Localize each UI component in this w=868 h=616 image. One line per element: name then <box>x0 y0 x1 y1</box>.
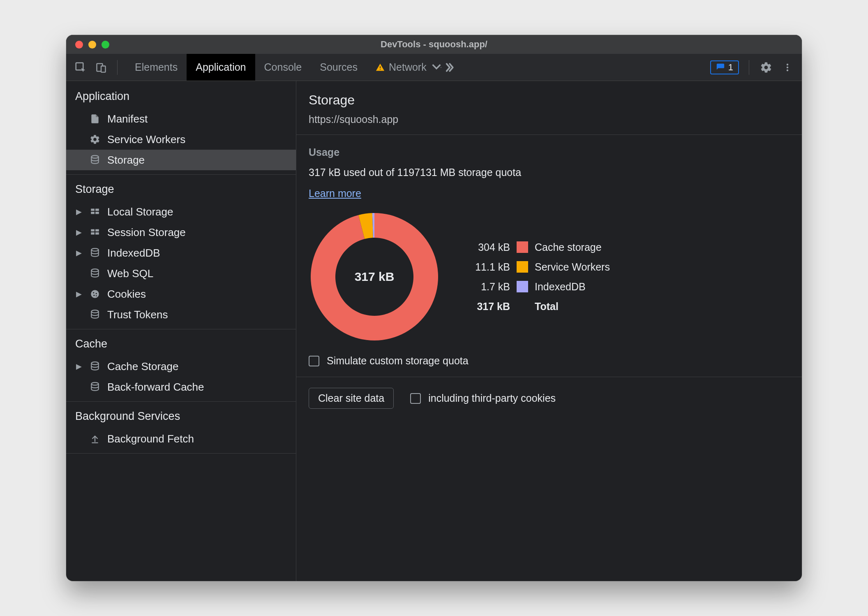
window-title: DevTools - squoosh.app/ <box>66 39 802 50</box>
minimize-window-button[interactable] <box>88 41 96 49</box>
gear-icon <box>88 133 102 146</box>
window-titlebar: DevTools - squoosh.app/ <box>66 35 802 54</box>
svg-rect-9 <box>91 212 95 214</box>
sidebar-item-label: Session Storage <box>107 226 186 239</box>
svg-rect-2 <box>101 66 106 72</box>
settings-icon[interactable] <box>759 60 773 74</box>
svg-point-19 <box>96 293 97 294</box>
svg-point-15 <box>91 248 98 251</box>
usage-section-title: Usage <box>309 146 790 158</box>
usage-legend: 304 kBCache storage11.1 kBService Worker… <box>457 237 610 316</box>
sidebar-item-label: Cookies <box>107 288 146 301</box>
third-party-cookies-checkbox[interactable] <box>410 393 421 404</box>
sidebar-item-indexeddb[interactable]: ▶IndexedDB <box>66 243 296 263</box>
usage-donut-center-label: 317 kB <box>309 211 440 343</box>
sidebar-item-back-forward-cache[interactable]: Back-forward Cache <box>66 377 296 397</box>
svg-point-17 <box>91 290 99 298</box>
sidebar-item-cache-storage[interactable]: ▶Cache Storage <box>66 356 296 377</box>
sidebar-item-session-storage[interactable]: ▶Session Storage <box>66 222 296 243</box>
inspect-element-icon[interactable] <box>74 60 88 74</box>
sidebar-section-title: Cache <box>66 329 296 356</box>
sidebar-item-service-workers[interactable]: Service Workers <box>66 129 296 150</box>
sidebar-item-manifest[interactable]: Manifest <box>66 109 296 129</box>
sidebar-item-label: Back-forward Cache <box>107 381 204 394</box>
sidebar-item-local-storage[interactable]: ▶Local Storage <box>66 201 296 222</box>
sidebar-item-label: Web SQL <box>107 267 153 280</box>
sidebar-item-label: Manifest <box>107 113 148 125</box>
kebab-menu-icon[interactable] <box>780 60 794 74</box>
db-icon <box>88 360 102 373</box>
db-icon <box>88 153 102 167</box>
sidebar-item-storage[interactable]: Storage <box>66 150 296 170</box>
db-icon <box>88 246 102 259</box>
cookie-icon <box>88 287 102 301</box>
svg-point-6 <box>91 155 98 158</box>
toolbar-divider-right <box>749 60 749 75</box>
legend-swatch <box>517 261 528 273</box>
svg-point-21 <box>96 295 97 296</box>
disclosure-triangle-icon: ▶ <box>75 248 83 257</box>
legend-label: IndexedDB <box>535 281 586 293</box>
svg-point-23 <box>91 362 98 365</box>
devtools-toolbar: ElementsApplicationConsoleSourcesNetwork… <box>66 54 802 81</box>
sidebar-item-trust-tokens[interactable]: Trust Tokens <box>66 304 296 325</box>
disclosure-triangle-icon: ▶ <box>75 362 83 371</box>
svg-rect-13 <box>91 232 95 234</box>
tab-application[interactable]: Application <box>187 54 255 81</box>
file-icon <box>88 112 102 125</box>
sidebar-item-cookies[interactable]: ▶Cookies <box>66 284 296 304</box>
svg-rect-8 <box>95 208 99 211</box>
svg-point-4 <box>787 66 788 68</box>
storage-heading: Storage <box>309 93 790 108</box>
tab-network[interactable]: Network <box>367 54 436 81</box>
svg-point-20 <box>93 295 95 296</box>
panel-tabs: ElementsApplicationConsoleSourcesNetwork <box>126 54 436 81</box>
sidebar-item-background-fetch[interactable]: Background Fetch <box>66 428 296 449</box>
usage-donut-chart: 317 kB <box>309 211 440 343</box>
disclosure-triangle-icon: ▶ <box>75 207 83 216</box>
overflow-tabs-chevrons-icon[interactable] <box>442 60 456 74</box>
clear-site-data-button[interactable]: Clear site data <box>309 388 394 409</box>
sidebar-item-label: Trust Tokens <box>107 308 168 321</box>
console-messages-count: 1 <box>728 62 733 73</box>
legend-swatch <box>517 301 528 312</box>
simulate-quota-label: Simulate custom storage quota <box>327 355 469 367</box>
zoom-window-button[interactable] <box>102 41 109 49</box>
svg-point-3 <box>787 63 788 65</box>
simulate-quota-checkbox[interactable] <box>309 356 319 366</box>
close-window-button[interactable] <box>75 41 83 49</box>
toolbar-left-group <box>66 54 126 81</box>
svg-rect-10 <box>95 212 99 214</box>
disclosure-triangle-icon: ▶ <box>75 228 83 237</box>
db-icon <box>88 308 102 321</box>
sidebar-section-title: Background Services <box>66 402 296 428</box>
simulate-quota-row: Simulate custom storage quota <box>309 355 790 367</box>
sidebar-item-web-sql[interactable]: Web SQL <box>66 263 296 284</box>
svg-rect-14 <box>95 232 99 234</box>
db-icon <box>88 267 102 280</box>
traffic-lights <box>66 41 109 49</box>
usage-section: Usage 317 kB used out of 1197131 MB stor… <box>296 135 802 377</box>
svg-point-18 <box>93 292 94 293</box>
third-party-cookies-label: including third-party cookies <box>428 392 556 404</box>
tab-sources[interactable]: Sources <box>311 54 367 81</box>
storage-header: Storage https://squoosh.app <box>296 81 802 134</box>
legend-label-total: Total <box>535 301 559 313</box>
clear-data-section: Clear site data including third-party co… <box>296 377 802 421</box>
toolbar-right-group: 1 <box>710 54 802 81</box>
tab-console[interactable]: Console <box>255 54 311 81</box>
tab-elements[interactable]: Elements <box>126 54 187 81</box>
legend-swatch <box>517 281 528 292</box>
disclosure-triangle-icon: ▶ <box>75 289 83 299</box>
svg-point-22 <box>91 310 98 313</box>
storage-panel: Storage https://squoosh.app Usage 317 kB… <box>296 81 802 581</box>
learn-more-link[interactable]: Learn more <box>309 188 361 199</box>
svg-point-5 <box>787 69 788 71</box>
console-messages-button[interactable]: 1 <box>710 60 739 74</box>
sidebar-item-label: Cache Storage <box>107 360 178 373</box>
toolbar-divider <box>117 60 118 75</box>
usage-chart-row: 317 kB 304 kBCache storage11.1 kBService… <box>309 211 790 343</box>
sidebar-item-label: Background Fetch <box>107 433 194 445</box>
device-toggle-icon[interactable] <box>94 60 108 74</box>
legend-amount: 1.7 kB <box>457 281 510 293</box>
